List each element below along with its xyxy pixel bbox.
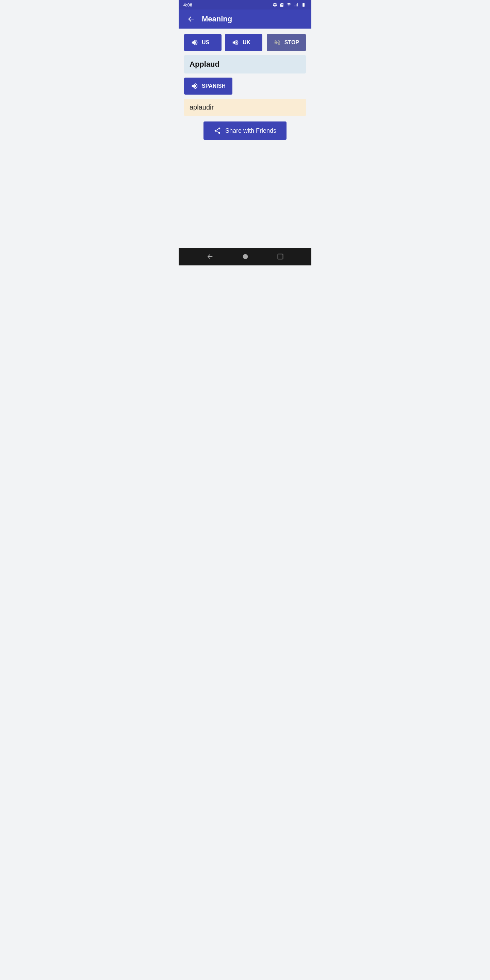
back-nav-icon xyxy=(206,253,214,260)
bottom-nav-bar xyxy=(179,248,311,266)
share-icon xyxy=(214,127,221,134)
back-button[interactable] xyxy=(184,12,198,26)
status-icons xyxy=(272,2,307,7)
audio-row: US UK STOP xyxy=(184,34,306,51)
gear-icon xyxy=(272,2,277,7)
stop-button[interactable]: STOP xyxy=(267,34,306,51)
us-audio-button[interactable]: US xyxy=(184,34,221,51)
home-nav-button[interactable] xyxy=(239,250,252,263)
recent-nav-button[interactable] xyxy=(274,250,286,263)
signal-icon xyxy=(294,2,298,7)
spanish-audio-button[interactable]: SPANISH xyxy=(184,78,232,95)
app-bar: Meaning xyxy=(179,10,311,29)
share-button[interactable]: Share with Friends xyxy=(204,121,286,140)
home-nav-icon xyxy=(242,253,249,260)
uk-audio-button[interactable]: UK xyxy=(225,34,262,51)
english-word: Applaud xyxy=(189,60,220,68)
translation-text: aplaudir xyxy=(189,103,214,111)
spanish-label: SPANISH xyxy=(202,83,226,89)
word-display: Applaud xyxy=(184,55,306,73)
us-label: US xyxy=(202,40,209,46)
speaker-icon-spanish xyxy=(191,82,198,90)
speaker-icon-us xyxy=(191,39,198,46)
translation-display: aplaudir xyxy=(184,99,306,116)
speaker-icon-uk xyxy=(232,39,239,46)
status-bar: 4:08 xyxy=(179,0,311,10)
svg-point-0 xyxy=(243,254,248,259)
main-content: US UK STOP Applaud SPANISH aplaudir xyxy=(179,29,311,248)
stop-label: STOP xyxy=(285,40,299,46)
recent-nav-icon xyxy=(277,253,284,260)
share-container: Share with Friends xyxy=(184,121,306,140)
svg-rect-1 xyxy=(278,254,283,259)
uk-label: UK xyxy=(243,40,250,46)
speaker-mute-icon xyxy=(274,39,281,46)
back-nav-button[interactable] xyxy=(204,250,216,263)
battery-icon xyxy=(301,2,307,7)
wifi-icon xyxy=(286,2,292,7)
page-title: Meaning xyxy=(202,14,232,24)
share-label: Share with Friends xyxy=(225,127,276,134)
sim-icon xyxy=(279,2,284,7)
status-time: 4:08 xyxy=(183,2,192,8)
